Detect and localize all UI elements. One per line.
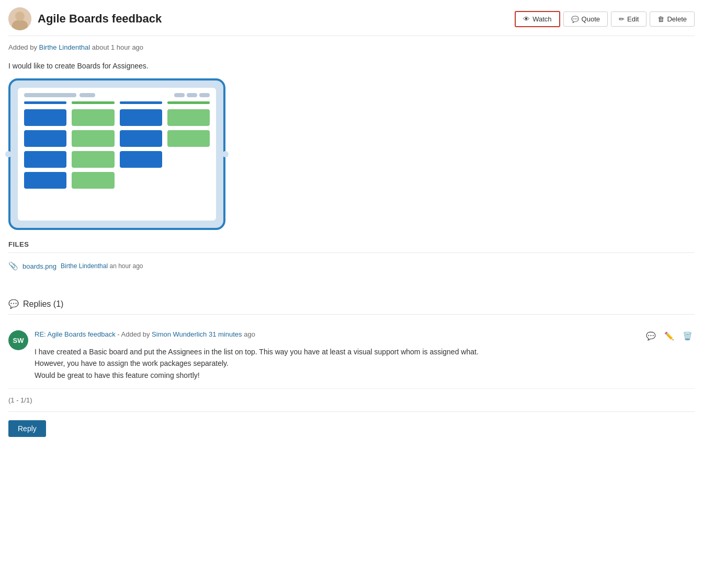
col-header-4 <box>167 101 210 104</box>
kanban-image <box>8 78 225 230</box>
post-text: I would like to create Boards for Assign… <box>8 62 695 70</box>
author-link[interactable]: Birthe Lindenthal <box>39 43 90 51</box>
card-2-3 <box>120 130 162 147</box>
page-title: Agile Boards feedback <box>38 12 162 26</box>
delete-button[interactable]: Delete <box>650 11 695 27</box>
reply-author-link[interactable]: Simon Wunderlich <box>152 330 207 338</box>
post-body: I would like to create Boards for Assign… <box>8 56 695 283</box>
reply-avatar: SW <box>8 330 28 350</box>
topbar-right <box>174 93 210 97</box>
files-heading: FILES <box>8 240 695 253</box>
card-1-4 <box>167 109 210 126</box>
paperclip-icon: 📎 <box>8 261 18 271</box>
file-link[interactable]: boards.png <box>22 262 56 270</box>
card-4-2 <box>72 172 114 189</box>
reply-title: RE: Agile Boards feedback - Added by Sim… <box>35 330 255 338</box>
card-1-3 <box>120 109 162 126</box>
reply-button[interactable]: Reply <box>8 420 46 437</box>
topbar-pill-5 <box>199 93 210 97</box>
reply-body: I have created a Basic board and put the… <box>35 346 695 381</box>
kanban-topbar <box>24 93 210 97</box>
col-header-3 <box>120 101 162 104</box>
kanban-col-headers <box>24 101 210 104</box>
edit-icon <box>619 15 625 23</box>
reply-header: RE: Agile Boards feedback - Added by Sim… <box>35 330 695 342</box>
kanban-row-1 <box>24 109 210 126</box>
reply-content: RE: Agile Boards feedback - Added by Sim… <box>35 330 695 381</box>
card-2-4 <box>167 130 210 147</box>
eye-icon <box>523 15 530 23</box>
header-left: Agile Boards feedback <box>8 7 162 30</box>
card-2-2 <box>72 130 114 147</box>
post-meta: Added by Birthe Lindenthal about 1 hour … <box>8 36 695 56</box>
card-4-4 <box>167 172 210 189</box>
replies-heading: 💬 Replies (1) <box>8 299 695 315</box>
kanban-inner <box>18 88 216 221</box>
card-1-1 <box>24 109 66 126</box>
topbar-pill-3 <box>174 93 185 97</box>
kanban-row-3 <box>24 151 210 168</box>
card-3-2 <box>72 151 114 168</box>
reply-time-link[interactable]: 31 minutes <box>209 330 242 338</box>
kanban-row-4 <box>24 172 210 189</box>
file-item: 📎 boards.png Birthe Lindenthal an hour a… <box>8 259 695 273</box>
topbar-pill-2 <box>80 93 95 97</box>
file-meta: Birthe Lindenthal an hour ago <box>61 262 143 270</box>
quote-button[interactable]: Quote <box>563 11 608 27</box>
card-3-3 <box>120 151 162 168</box>
card-2-1 <box>24 130 66 147</box>
pagination: (1 - 1/1) <box>8 389 695 411</box>
watch-button[interactable]: Watch <box>515 11 560 27</box>
reply-actions: 💬 ✏️ 🗑️ <box>644 330 695 342</box>
header-actions: Watch Quote Edit Delete <box>515 11 695 27</box>
author-avatar <box>8 7 31 30</box>
reply-edit-button[interactable]: ✏️ <box>662 330 676 342</box>
delete-icon <box>657 15 664 23</box>
reply-quote-button[interactable]: 💬 <box>644 330 658 342</box>
card-1-2 <box>72 109 114 126</box>
card-4-1 <box>24 172 66 189</box>
kanban-row-2 <box>24 130 210 147</box>
col-header-1 <box>24 101 66 104</box>
replies-chat-icon: 💬 <box>8 299 19 309</box>
reply-delete-button[interactable]: 🗑️ <box>681 330 695 342</box>
bottom-actions: Reply <box>8 411 695 442</box>
card-3-1 <box>24 151 66 168</box>
page-header: Agile Boards feedback Watch Quote Edit D… <box>8 0 695 36</box>
replies-section: 💬 Replies (1) SW RE: Agile Boards feedba… <box>8 299 695 442</box>
reply-subject-link[interactable]: RE: Agile Boards feedback <box>35 330 116 338</box>
card-4-3 <box>120 172 162 189</box>
topbar-pill-1 <box>24 93 76 97</box>
reply-item: SW RE: Agile Boards feedback - Added by … <box>8 323 695 389</box>
topbar-pill-4 <box>187 93 197 97</box>
edit-button[interactable]: Edit <box>611 11 647 27</box>
card-3-4 <box>167 151 210 168</box>
col-header-2 <box>72 101 114 104</box>
file-author-link[interactable]: Birthe Lindenthal <box>61 262 108 270</box>
files-section: FILES 📎 boards.png Birthe Lindenthal an … <box>8 240 695 273</box>
quote-icon <box>571 15 579 23</box>
